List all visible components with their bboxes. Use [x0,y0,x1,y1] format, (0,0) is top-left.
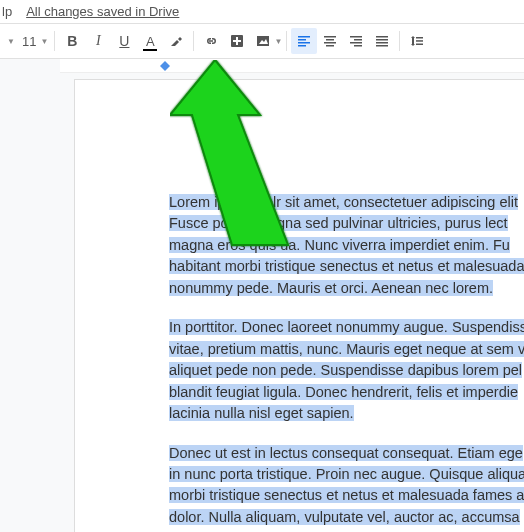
chevron-down-icon: ▼ [274,37,282,46]
image-icon [255,33,271,49]
highlight-button[interactable] [163,28,189,54]
align-center-button[interactable] [317,28,343,54]
link-button[interactable] [198,28,224,54]
align-justify-icon [374,33,390,49]
align-left-icon [296,33,312,49]
svg-rect-19 [376,45,388,47]
svg-rect-12 [350,36,362,38]
line-spacing-icon [409,33,425,49]
save-status[interactable]: All changes saved in Drive [26,4,179,19]
separator [193,31,194,51]
align-left-button[interactable] [291,28,317,54]
paragraph-1[interactable]: Lorem ipsum dolr sit amet, consectetuer … [169,192,524,299]
svg-rect-14 [350,42,362,44]
paragraph-3[interactable]: Donec ut est in lectus consequat consequ… [169,443,524,529]
svg-rect-8 [324,36,336,38]
underline-button[interactable]: U [111,28,137,54]
text-color-swatch [143,49,157,51]
align-center-icon [322,33,338,49]
align-right-icon [348,33,364,49]
svg-rect-2 [233,40,241,42]
align-justify-button[interactable] [369,28,395,54]
chevron-down-icon: ▼ [7,37,15,46]
svg-rect-18 [376,42,388,44]
font-size-value: 11 [22,34,36,49]
separator [399,31,400,51]
separator [286,31,287,51]
toolbar: ▼ 11 ▼ B I U A ▼ [0,23,524,59]
svg-rect-13 [354,39,362,41]
svg-rect-4 [298,36,310,38]
svg-rect-6 [298,42,310,44]
link-icon [203,33,219,49]
help-menu[interactable]: lp [2,4,12,19]
comment-button[interactable] [224,28,250,54]
highlight-icon [168,33,184,49]
document-canvas: Lorem ipsum dolr sit amet, consectetuer … [0,59,524,532]
svg-rect-10 [324,42,336,44]
align-right-button[interactable] [343,28,369,54]
more-dropdown[interactable]: ▼ [2,28,20,54]
italic-button[interactable]: I [85,28,111,54]
page[interactable]: Lorem ipsum dolr sit amet, consectetuer … [74,79,524,532]
image-button[interactable] [250,28,276,54]
svg-rect-17 [376,39,388,41]
separator [54,31,55,51]
ruler[interactable] [60,59,524,73]
menu-bar: lp All changes saved in Drive [0,0,524,23]
indent-marker[interactable] [160,61,170,71]
svg-rect-16 [376,36,388,38]
paragraph-2[interactable]: In porttitor. Donec laoreet nonummy augu… [169,317,524,424]
comment-icon [229,33,245,49]
line-spacing-button[interactable] [404,28,430,54]
svg-rect-5 [298,39,306,41]
svg-rect-15 [354,45,362,47]
text-color-button[interactable]: A [137,28,163,54]
svg-rect-11 [326,45,334,47]
chevron-down-icon: ▼ [40,37,48,46]
svg-rect-22 [416,44,423,46]
svg-rect-21 [416,40,423,42]
svg-rect-9 [326,39,334,41]
bold-button[interactable]: B [59,28,85,54]
svg-rect-7 [298,45,306,47]
font-size-control[interactable]: 11 ▼ [22,34,48,49]
svg-rect-20 [416,37,423,39]
